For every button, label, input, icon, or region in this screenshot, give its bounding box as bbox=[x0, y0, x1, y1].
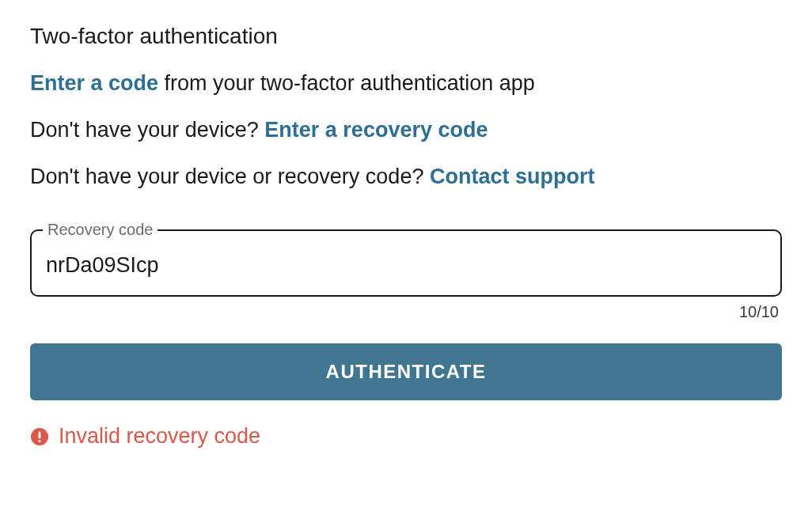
char-count: 10/10 bbox=[30, 303, 782, 321]
two-factor-panel: Two-factor authentication Enter a code f… bbox=[30, 24, 782, 449]
contact-support-link[interactable]: Contact support bbox=[430, 165, 595, 188]
recovery-prefix: Don't have your device? bbox=[30, 118, 264, 142]
enter-recovery-code-link[interactable]: Enter a recovery code bbox=[264, 118, 488, 142]
svg-point-2 bbox=[38, 439, 40, 441]
recovery-code-fieldset: Recovery code bbox=[30, 221, 782, 297]
error-row: Invalid recovery code bbox=[30, 424, 782, 449]
recovery-code-label: Recovery code bbox=[43, 221, 157, 239]
recovery-code-field-wrapper: Recovery code bbox=[30, 221, 782, 297]
enter-code-link[interactable]: Enter a code bbox=[30, 71, 158, 95]
error-message: Invalid recovery code bbox=[59, 424, 260, 449]
error-icon bbox=[30, 427, 49, 446]
recovery-line: Don't have your device? Enter a recovery… bbox=[30, 118, 782, 142]
svg-rect-1 bbox=[39, 431, 41, 438]
authenticate-button[interactable]: AUTHENTICATE bbox=[30, 343, 782, 400]
page-title: Two-factor authentication bbox=[30, 24, 782, 49]
recovery-code-input[interactable] bbox=[32, 239, 780, 295]
enter-code-rest: from your two-factor authentication app bbox=[158, 71, 535, 95]
support-line: Don't have your device or recovery code?… bbox=[30, 165, 782, 189]
enter-code-line: Enter a code from your two-factor authen… bbox=[30, 71, 782, 96]
support-prefix: Don't have your device or recovery code? bbox=[30, 165, 430, 188]
